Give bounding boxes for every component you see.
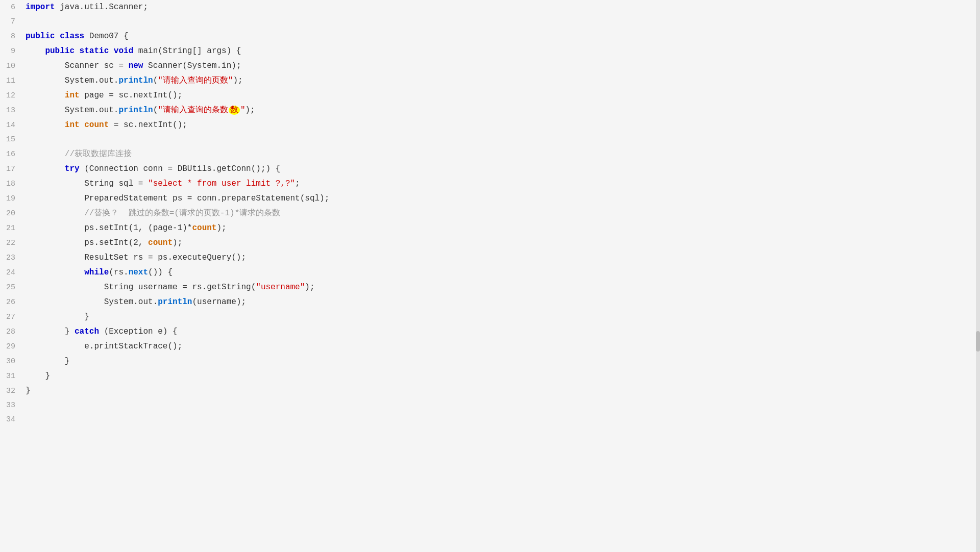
- code-line-8: 8 public class Demo07 {: [0, 29, 980, 44]
- line-num-8: 8: [0, 30, 26, 44]
- line-content-30: }: [26, 354, 69, 368]
- line-num-21: 21: [0, 221, 26, 236]
- line-num-10: 10: [0, 59, 26, 73]
- code-line-27: 27 }: [0, 310, 980, 324]
- scrollbar[interactable]: [976, 0, 980, 552]
- code-line-29: 29 e.printStackTrace();: [0, 339, 980, 354]
- code-line-11: 11 System.out.println("请输入查询的页数");: [0, 73, 980, 88]
- line-content-24: while(rs.next()) {: [26, 265, 173, 280]
- code-line-10: 10 Scanner sc = new Scanner(System.in);: [0, 59, 980, 73]
- code-line-25: 25 String username = rs.getString("usern…: [0, 280, 980, 295]
- scrollbar-thumb[interactable]: [976, 331, 980, 352]
- code-line-15: 15: [0, 133, 980, 147]
- line-content-20: //替换？ 跳过的条数=(请求的页数-1)*请求的条数: [26, 206, 280, 220]
- line-content-25: String username = rs.getString("username…: [26, 280, 315, 294]
- code-line-24: 24 while(rs.next()) {: [0, 265, 980, 280]
- line-content-11: System.out.println("请输入查询的页数");: [26, 73, 243, 88]
- line-num-29: 29: [0, 340, 26, 354]
- code-line-21: 21 ps.setInt(1, (page-1)*count);: [0, 221, 980, 236]
- line-content-10: Scanner sc = new Scanner(System.in);: [26, 59, 241, 73]
- line-num-24: 24: [0, 266, 26, 280]
- line-content-16: //获取数据库连接: [26, 147, 132, 161]
- line-num-16: 16: [0, 147, 26, 162]
- line-num-31: 31: [0, 369, 26, 384]
- line-num-34: 34: [0, 413, 26, 427]
- line-content-31: }: [26, 369, 50, 383]
- line-content-32: }: [26, 384, 31, 398]
- line-content-28: } catch (Exception e) {: [26, 324, 178, 339]
- line-num-20: 20: [0, 207, 26, 221]
- line-num-12: 12: [0, 89, 26, 103]
- line-content-21: ps.setInt(1, (page-1)*count);: [26, 221, 227, 235]
- line-num-27: 27: [0, 310, 26, 324]
- line-content-6: import java.util.Scanner;: [26, 0, 148, 14]
- line-content-17: try (Connection conn = DBUtils.getConn()…: [26, 162, 280, 176]
- code-line-6: 6 import java.util.Scanner;: [0, 0, 980, 15]
- line-num-14: 14: [0, 118, 26, 133]
- code-line-19: 19 PreparedStatement ps = conn.prepareSt…: [0, 191, 980, 206]
- line-num-11: 11: [0, 74, 26, 88]
- line-content-8: public class Demo07 {: [26, 29, 129, 43]
- line-content-18: String sql = "select * from user limit ?…: [26, 177, 300, 191]
- line-num-13: 13: [0, 104, 26, 118]
- line-num-19: 19: [0, 192, 26, 206]
- line-num-33: 33: [0, 398, 26, 413]
- code-line-20: 20 //替换？ 跳过的条数=(请求的页数-1)*请求的条数: [0, 206, 980, 221]
- line-num-26: 26: [0, 295, 26, 310]
- code-line-7: 7: [0, 15, 980, 29]
- code-line-12: 12 int page = sc.nextInt();: [0, 88, 980, 103]
- line-num-9: 9: [0, 44, 26, 59]
- code-line-17: 17 try (Connection conn = DBUtils.getCon…: [0, 162, 980, 177]
- line-content-26: System.out.println(username);: [26, 295, 246, 309]
- line-content-13: System.out.println("请输入查询的条数数");: [26, 103, 255, 117]
- line-num-32: 32: [0, 384, 26, 398]
- line-num-17: 17: [0, 162, 26, 177]
- line-content-9: public static void main(String[] args) {: [26, 44, 241, 58]
- line-num-15: 15: [0, 133, 26, 147]
- line-num-25: 25: [0, 281, 26, 295]
- code-line-26: 26 System.out.println(username);: [0, 295, 980, 310]
- line-num-23: 23: [0, 251, 26, 265]
- line-num-22: 22: [0, 236, 26, 250]
- line-num-7: 7: [0, 15, 26, 29]
- code-line-14: 14 int count = sc.nextInt();: [0, 118, 980, 133]
- code-editor: 6 import java.util.Scanner; 7 8 public c…: [0, 0, 980, 552]
- code-line-31: 31 }: [0, 369, 980, 384]
- line-num-30: 30: [0, 355, 26, 369]
- line-num-28: 28: [0, 325, 26, 339]
- code-line-18: 18 String sql = "select * from user limi…: [0, 177, 980, 191]
- line-num-18: 18: [0, 177, 26, 191]
- line-content-23: ResultSet rs = ps.executeQuery();: [26, 250, 246, 265]
- code-line-34: 34: [0, 413, 980, 427]
- code-line-16: 16 //获取数据库连接: [0, 147, 980, 162]
- line-content-14: int count = sc.nextInt();: [26, 118, 187, 132]
- code-line-13: 13 System.out.println("请输入查询的条数数");: [0, 103, 980, 118]
- code-line-30: 30 }: [0, 354, 980, 369]
- line-content-22: ps.setInt(2, count);: [26, 236, 182, 250]
- line-content-29: e.printStackTrace();: [26, 339, 182, 354]
- code-line-28: 28 } catch (Exception e) {: [0, 324, 980, 339]
- code-line-9: 9 public static void main(String[] args)…: [0, 44, 980, 59]
- line-content-12: int page = sc.nextInt();: [26, 88, 182, 103]
- line-num-6: 6: [0, 1, 26, 15]
- code-line-33: 33: [0, 398, 980, 413]
- line-content-19: PreparedStatement ps = conn.prepareState…: [26, 191, 329, 206]
- line-content-27: }: [26, 310, 89, 324]
- code-line-32: 32 }: [0, 384, 980, 398]
- code-line-23: 23 ResultSet rs = ps.executeQuery();: [0, 250, 980, 265]
- code-line-22: 22 ps.setInt(2, count);: [0, 236, 980, 250]
